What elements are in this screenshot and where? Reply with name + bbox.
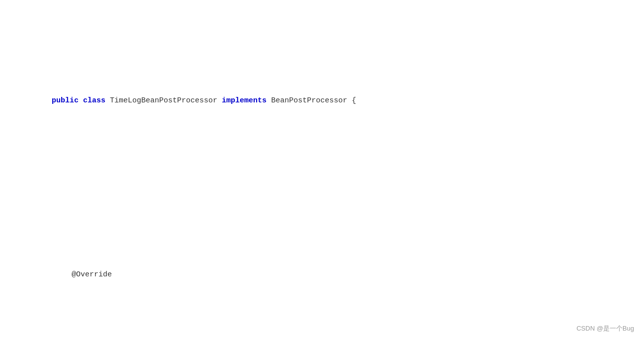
keyword-class: class: [83, 96, 105, 105]
code-editor: public class TimeLogBeanPostProcessor im…: [0, 0, 644, 339]
watermark: CSDN @是一个Bug: [576, 324, 634, 333]
keyword-public: public: [52, 96, 79, 105]
annotation: @Override: [72, 270, 112, 279]
code-line-2: [0, 162, 644, 179]
keyword-implements: implements: [222, 96, 267, 105]
code-line-3: @Override: [0, 249, 644, 266]
code-line-1: public class TimeLogBeanPostProcessor im…: [0, 75, 644, 92]
code-line-4: public Object postProcessAfterInitializa…: [0, 336, 644, 339]
code-content: public class TimeLogBeanPostProcessor im…: [0, 0, 644, 339]
